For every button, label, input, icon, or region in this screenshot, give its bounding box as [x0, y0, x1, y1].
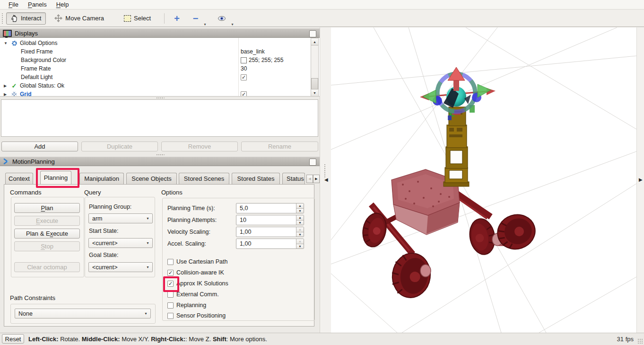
render-viewport-3d[interactable]: [331, 27, 636, 333]
tree-row-global-options[interactable]: ▼ Global Options: [0, 39, 310, 47]
tab-scroll-left-icon[interactable]: ◀: [306, 175, 313, 183]
planning-time-label: Planning Time (s):: [167, 205, 215, 212]
select-tool-button[interactable]: Select: [119, 12, 156, 24]
tree-row-global-status[interactable]: ▶ ✓ Global Status: Ok: [0, 81, 310, 90]
panel-splitter[interactable]: ◀: [320, 27, 331, 333]
tab-scene-objects[interactable]: Scene Objects: [126, 173, 177, 184]
scene-3d: [331, 27, 636, 333]
move-arrows-icon: [54, 14, 62, 22]
splitter-handle[interactable]: [156, 97, 165, 99]
replanning-checkbox[interactable]: [167, 302, 174, 309]
remove-tool-dropdown-icon[interactable]: ▾: [204, 22, 206, 27]
use-cartesian-path-checkbox[interactable]: [167, 259, 174, 265]
approx-ik-solutions-checkbox[interactable]: ✓: [167, 281, 174, 287]
tree-label: Frame Rate: [21, 65, 51, 72]
menu-panels[interactable]: Panels: [23, 0, 52, 9]
view-tool-button[interactable]: [213, 13, 231, 24]
collapse-panel-icon[interactable]: ◀: [324, 177, 328, 182]
sensor-positioning-checkbox[interactable]: [167, 313, 174, 319]
add-tool-button[interactable]: +: [169, 13, 184, 24]
tab-status[interactable]: Status: [282, 173, 305, 184]
path-constraints-combo[interactable]: None▼: [15, 309, 151, 318]
tab-scroll-right-icon[interactable]: ▶: [313, 175, 320, 183]
tree-row-frame-rate[interactable]: Frame Rate 30: [0, 64, 310, 73]
window-resize-grip[interactable]: [637, 338, 643, 344]
expand-panel-icon[interactable]: ▶: [639, 177, 643, 182]
tab-context[interactable]: Context: [5, 173, 33, 184]
interact-tool-label: Interact: [21, 15, 41, 22]
background-color-value[interactable]: 255; 255; 255: [241, 57, 283, 63]
collision-aware-ik-row[interactable]: ✓ Collision-aware IK: [167, 269, 224, 276]
approx-ik-solutions-row[interactable]: ✓ Approx IK Solutions: [167, 280, 228, 287]
toolbar-grip[interactable]: [1, 13, 4, 24]
splitter-grip[interactable]: [324, 164, 326, 178]
frame-rate-value[interactable]: 30: [241, 65, 247, 72]
accel-scaling-spinbox[interactable]: 1,00 ▲▼: [236, 239, 304, 249]
expander-down-icon[interactable]: ▼: [4, 41, 9, 45]
splitter-handle[interactable]: [156, 154, 165, 156]
start-state-combo[interactable]: <current>▼: [88, 238, 153, 248]
collision-aware-ik-checkbox[interactable]: ✓: [167, 270, 174, 276]
remove-tool-button[interactable]: −: [188, 14, 203, 23]
spin-down-icon[interactable]: ▼: [296, 209, 304, 213]
plan-button[interactable]: Plan: [14, 203, 80, 213]
spin-down-icon[interactable]: ▼: [296, 221, 304, 225]
eye-icon: [218, 16, 226, 21]
tab-manipulation[interactable]: Manipulation: [79, 173, 124, 184]
hand-cursor-icon: [11, 15, 18, 22]
expander-right-icon[interactable]: ▶: [4, 84, 9, 88]
fixed-frame-value[interactable]: base_link: [241, 48, 265, 55]
scroll-down-icon[interactable]: ▼: [311, 89, 318, 96]
view-tool-dropdown-icon[interactable]: ▾: [232, 22, 234, 27]
spin-down-icon[interactable]: ▼: [296, 244, 304, 249]
spin-up-icon[interactable]: ▲: [296, 203, 304, 209]
interact-tool-button[interactable]: Interact: [6, 12, 46, 25]
displays-panel-title: Displays: [15, 30, 38, 37]
options-section-label: Options: [161, 189, 183, 196]
move-camera-tool-button[interactable]: Move Camera: [50, 12, 109, 25]
add-display-button[interactable]: Add: [1, 142, 78, 151]
tab-stored-scenes[interactable]: Stored Scenes: [179, 173, 229, 184]
display-description-box: [1, 99, 318, 137]
tab-planning[interactable]: Planning: [40, 171, 71, 184]
reset-button[interactable]: Reset: [2, 334, 24, 344]
planning-attempts-spinbox[interactable]: 10 ▲▼: [236, 215, 304, 225]
tree-row-fixed-frame[interactable]: Fixed Frame base_link: [0, 47, 310, 56]
use-cartesian-path-row[interactable]: Use Cartesian Path: [167, 258, 227, 265]
tree-scrollbar[interactable]: ▲ ▼: [311, 38, 319, 97]
goal-state-combo[interactable]: <current>▼: [88, 262, 153, 272]
tree-row-default-light[interactable]: Default Light ✓: [0, 73, 310, 81]
scroll-up-icon[interactable]: ▲: [311, 38, 318, 45]
motion-planning-float-button[interactable]: [309, 159, 316, 166]
expander-right-icon[interactable]: ▶: [4, 92, 9, 97]
velocity-scaling-spinbox[interactable]: 1,00 ▲▼: [236, 227, 304, 237]
default-light-checkbox[interactable]: ✓: [241, 74, 247, 80]
plan-and-execute-button[interactable]: Plan & Execute: [14, 229, 80, 239]
tree-row-background-color[interactable]: Background Color 255; 255; 255: [0, 56, 310, 64]
query-section-label: Query: [84, 189, 101, 196]
replanning-row[interactable]: Replanning: [167, 302, 206, 309]
tree-row-grid[interactable]: ▶ Grid ✓: [0, 90, 310, 97]
external-comm-row[interactable]: External Comm.: [167, 291, 219, 298]
moveit-icon: [3, 158, 9, 165]
scrollbar-thumb[interactable]: [311, 78, 318, 89]
motion-planning-titlebar[interactable]: MotionPlanning: [0, 157, 320, 166]
start-state-label: Start State:: [89, 228, 119, 234]
spin-up-icon[interactable]: ▲: [296, 227, 304, 232]
spin-up-icon[interactable]: ▲: [296, 215, 304, 221]
spin-up-icon[interactable]: ▲: [296, 239, 304, 244]
displays-float-button[interactable]: [309, 30, 316, 37]
planning-time-spinbox[interactable]: 5,0 ▲▼: [236, 203, 304, 213]
menu-file[interactable]: File: [4, 0, 23, 9]
duplicate-display-button: Duplicate: [81, 142, 158, 151]
external-comm-checkbox[interactable]: [167, 292, 174, 298]
planning-attempts-label: Planning Attempts:: [167, 217, 217, 223]
displays-panel-titlebar[interactable]: Displays: [0, 28, 320, 38]
planning-group-combo[interactable]: arm▼: [88, 213, 153, 223]
grid-enabled-checkbox[interactable]: ✓: [241, 91, 247, 97]
tab-stored-states[interactable]: Stored States: [232, 173, 280, 184]
sensor-positioning-row[interactable]: Sensor Positioning: [167, 312, 226, 319]
spin-down-icon[interactable]: ▼: [296, 232, 304, 237]
menu-help[interactable]: Help: [52, 0, 74, 9]
right-panel-strip[interactable]: ▶: [636, 27, 644, 333]
